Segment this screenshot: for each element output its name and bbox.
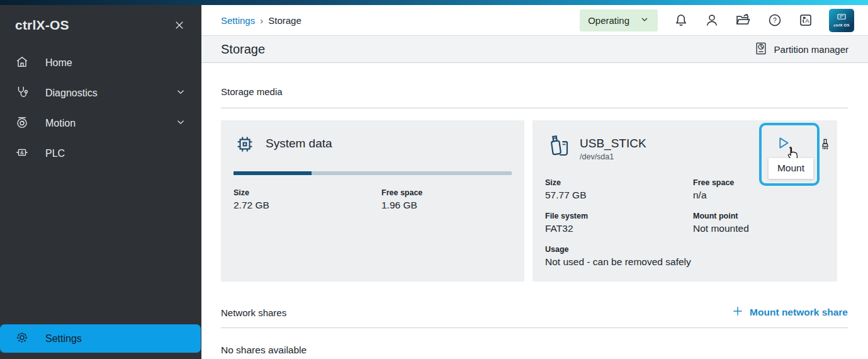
- field-size: Size 57.77 GB: [545, 178, 693, 201]
- plc-icon: &: [15, 145, 29, 162]
- svg-text:A: A: [806, 18, 809, 24]
- sidebar-item-label: Home: [45, 57, 72, 69]
- storage-card-system-data: System data Size 2.72 GB Free space 1.96…: [221, 120, 524, 282]
- motion-icon: [15, 115, 29, 132]
- no-shares-text: No shares available: [221, 345, 848, 356]
- card-title-block: USB_STICK /dev/sda1: [580, 133, 646, 161]
- top-accent-bar: [0, 0, 868, 5]
- sidebar: ctrlX-OS Home Diagnostics Motion: [0, 5, 201, 359]
- file-manager-icon[interactable]: [735, 13, 752, 28]
- topbar: Settings › Storage Operating ?: [201, 5, 868, 35]
- format-brush-icon[interactable]: [818, 138, 832, 154]
- field-label: Free space: [381, 188, 512, 197]
- sidebar-header: ctrlX-OS: [0, 5, 201, 43]
- language-icon[interactable]: A: [798, 13, 813, 28]
- operation-state-label: Operating: [588, 15, 629, 26]
- mount-tooltip: Mount: [769, 158, 813, 179]
- usage-progress-bar: [234, 171, 512, 175]
- card-device-path: /dev/sda1: [580, 152, 646, 161]
- field-value: 2.72 GB: [234, 200, 381, 211]
- field-value: Not mounted: [693, 223, 825, 234]
- network-shares-section-title: Network shares: [221, 307, 286, 318]
- mount-network-share-button[interactable]: Mount network share: [731, 305, 848, 320]
- card-title: USB_STICK: [580, 137, 646, 151]
- chevron-down-icon[interactable]: [175, 117, 186, 130]
- field-mount-point: Mount point Not mounted: [693, 212, 825, 234]
- card-fields: Size 2.72 GB Free space 1.96 GB: [234, 188, 512, 211]
- usb-card-actions: Mount: [730, 120, 837, 196]
- user-icon[interactable]: [704, 13, 719, 28]
- sidebar-item-label: Diagnostics: [45, 88, 98, 99]
- svg-text:&: &: [20, 150, 24, 156]
- operation-state-selector[interactable]: Operating: [580, 9, 658, 31]
- page-header: Storage Partition manager: [201, 35, 868, 63]
- partition-manager-icon: [754, 42, 768, 57]
- network-shares-header: Network shares Mount network share: [221, 305, 848, 320]
- mount-network-share-label: Mount network share: [750, 307, 848, 318]
- breadcrumb-current: Storage: [268, 15, 302, 26]
- breadcrumb: Settings › Storage: [221, 15, 302, 26]
- sidebar-nav: Home Diagnostics Motion & PLC: [0, 48, 201, 169]
- breadcrumb-separator-icon: ›: [260, 15, 263, 26]
- diagnostics-icon: [15, 85, 29, 101]
- sidebar-item-diagnostics[interactable]: Diagnostics: [0, 78, 201, 108]
- logo-label: ctrlX OS: [833, 23, 849, 27]
- field-size: Size 2.72 GB: [234, 188, 381, 211]
- card-header: System data: [234, 133, 512, 158]
- sidebar-item-home[interactable]: Home: [0, 48, 201, 78]
- sidebar-item-label: PLC: [45, 148, 65, 159]
- usage-progress-fill: [234, 171, 312, 175]
- svg-text:?: ?: [773, 16, 777, 24]
- storage-media-cards: System data Size 2.72 GB Free space 1.96…: [221, 120, 848, 282]
- section-divider: [221, 328, 848, 328]
- section-divider: [221, 108, 848, 108]
- plus-icon: [731, 305, 744, 320]
- field-file-system: File system FAT32: [545, 212, 693, 234]
- sidebar-item-motion[interactable]: Motion: [0, 108, 201, 139]
- main-area: Settings › Storage Operating ?: [201, 5, 868, 359]
- field-label: Mount point: [693, 212, 825, 220]
- sidebar-item-label: Settings: [45, 333, 82, 345]
- sidebar-item-plc[interactable]: & PLC: [0, 139, 201, 169]
- field-free-space: Free space 1.96 GB: [381, 188, 512, 211]
- sidebar-item-settings[interactable]: Settings: [0, 324, 201, 353]
- field-label: Usage: [545, 245, 825, 254]
- chevron-down-icon[interactable]: [175, 86, 186, 100]
- page-title: Storage: [221, 42, 265, 57]
- field-label: Size: [234, 188, 381, 197]
- card-title: System data: [266, 137, 332, 151]
- field-value: Not used - can be removed safely: [545, 256, 825, 268]
- field-value: 1.96 GB: [381, 200, 512, 211]
- help-icon[interactable]: ?: [767, 13, 782, 28]
- sidebar-item-label: Motion: [45, 118, 76, 129]
- field-label: Size: [545, 178, 693, 187]
- app-brand: ctrlX-OS: [15, 18, 69, 33]
- storage-media-section-title: Storage media: [221, 86, 848, 97]
- chip-icon: [234, 133, 256, 158]
- home-icon: [15, 55, 29, 71]
- ctrlx-os-logo[interactable]: ctrlX OS: [829, 9, 854, 32]
- gear-icon: [15, 331, 29, 347]
- partition-manager-label: Partition manager: [774, 44, 848, 55]
- breadcrumb-settings-link[interactable]: Settings: [221, 15, 255, 26]
- field-label: File system: [545, 212, 693, 220]
- chevron-down-icon: [640, 14, 650, 26]
- partition-manager-button[interactable]: Partition manager: [754, 42, 848, 57]
- close-icon[interactable]: [174, 20, 185, 31]
- field-value: 57.77 GB: [545, 190, 693, 201]
- field-usage: Usage Not used - can be removed safely: [545, 245, 825, 268]
- page-content: Storage media System data Size 2.72 GB: [201, 86, 868, 356]
- topbar-actions: Operating ? A ctrlX OS: [580, 9, 854, 32]
- notifications-icon[interactable]: [674, 13, 689, 28]
- storage-card-usb-stick: USB_STICK /dev/sda1 Mount: [533, 120, 837, 282]
- field-value: FAT32: [545, 223, 693, 234]
- usb-stick-icon: [545, 133, 570, 161]
